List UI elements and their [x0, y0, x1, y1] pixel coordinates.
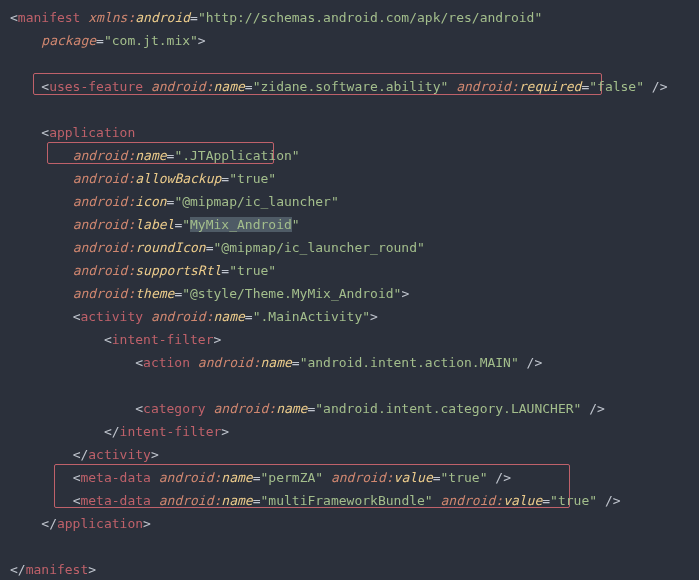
code-line: package="com.jt.mix">: [10, 29, 699, 52]
code-line: <category android:name="android.intent.c…: [10, 397, 699, 420]
code-line: [10, 535, 699, 558]
code-line: </activity>: [10, 443, 699, 466]
code-line: <meta-data android:name="permZA" android…: [10, 466, 699, 489]
code-line: </intent-filter>: [10, 420, 699, 443]
code-line: android:supportsRtl="true": [10, 259, 699, 282]
code-line: android:name=".JTApplication": [10, 144, 699, 167]
code-line: <application: [10, 121, 699, 144]
code-line: <intent-filter>: [10, 328, 699, 351]
code-line: [10, 52, 699, 75]
code-line: android:allowBackup="true": [10, 167, 699, 190]
code-line: <uses-feature android:name="zidane.softw…: [10, 75, 699, 98]
code-line: android:theme="@style/Theme.MyMix_Androi…: [10, 282, 699, 305]
code-editor[interactable]: <manifest xmlns:android="http://schemas.…: [0, 0, 699, 580]
code-line: <manifest xmlns:android="http://schemas.…: [10, 6, 699, 29]
code-line: [10, 374, 699, 397]
code-line: <meta-data android:name="multiFrameworkB…: [10, 489, 699, 512]
code-line: </manifest>: [10, 558, 699, 580]
code-line: <activity android:name=".MainActivity">: [10, 305, 699, 328]
code-line: <action android:name="android.intent.act…: [10, 351, 699, 374]
code-line: </application>: [10, 512, 699, 535]
code-line: [10, 98, 699, 121]
code-line: android:roundIcon="@mipmap/ic_launcher_r…: [10, 236, 699, 259]
selected-text: MyMix_Android: [190, 217, 292, 232]
code-line: android:icon="@mipmap/ic_launcher": [10, 190, 699, 213]
code-line: android:label="MyMix_Android": [10, 213, 699, 236]
